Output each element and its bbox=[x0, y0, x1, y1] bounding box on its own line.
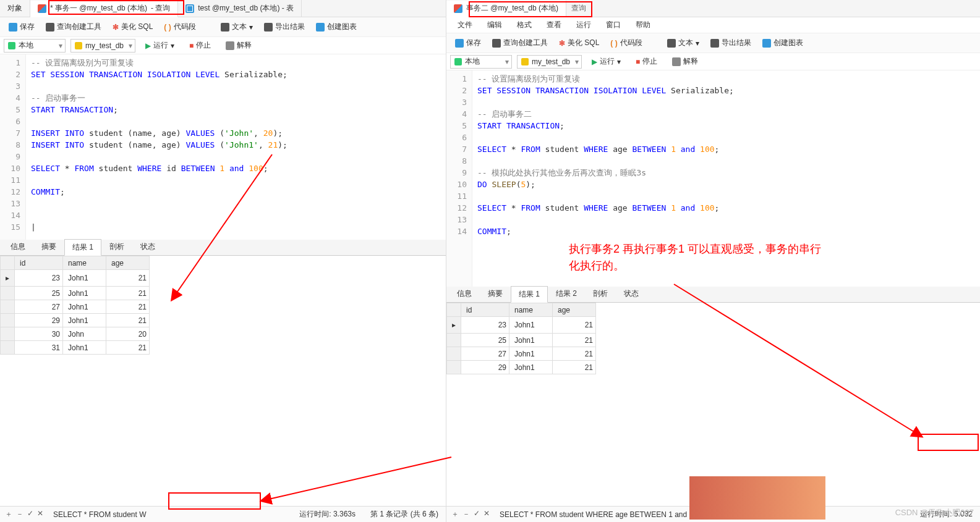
status-runtime: 运行时间: 3.363s bbox=[292, 509, 363, 520]
export-button[interactable]: 导出结果 bbox=[259, 20, 310, 33]
conn-icon bbox=[8, 42, 15, 49]
menu-help[interactable]: 帮助 bbox=[629, 20, 657, 30]
rtab-profile[interactable]: 剖析 bbox=[101, 238, 132, 255]
cancel-button[interactable]: ✕ bbox=[37, 509, 43, 520]
chart-button[interactable]: 创建图表 bbox=[311, 20, 362, 33]
chart-button[interactable]: 创建图表 bbox=[757, 36, 808, 49]
beautify-button[interactable]: ✻美化 SQL bbox=[554, 36, 604, 49]
run-icon: ▶ bbox=[145, 41, 151, 50]
status-record: 第 1 条记录 (共 6 条) bbox=[363, 509, 446, 520]
stop-icon: ■ bbox=[636, 57, 640, 66]
snippet-button[interactable]: ( )代码段 bbox=[605, 36, 647, 49]
stop-button[interactable]: ■停止 bbox=[184, 39, 216, 52]
cancel-button[interactable]: ✕ bbox=[484, 509, 490, 520]
query-tool-icon bbox=[492, 39, 501, 48]
db-icon bbox=[75, 42, 82, 49]
save-button[interactable]: 保存 bbox=[4, 20, 40, 33]
sql-icon bbox=[454, 4, 462, 13]
stop-icon: ■ bbox=[189, 41, 194, 50]
connection-select[interactable]: 本地 bbox=[450, 55, 512, 69]
tab-objects[interactable]: 对象 bbox=[0, 0, 30, 17]
table-row[interactable]: 27John121 bbox=[1, 300, 150, 314]
save-icon bbox=[9, 23, 17, 32]
rtab-profile[interactable]: 剖析 bbox=[585, 285, 616, 302]
table-row[interactable]: 30John20 bbox=[1, 327, 150, 341]
table-row[interactable]: 29John121 bbox=[1, 314, 150, 327]
explain-button[interactable]: 解释 bbox=[221, 39, 257, 52]
right-editor[interactable]: 1234567891011121314 -- 设置隔离级别为可重复读 SET S… bbox=[446, 70, 980, 287]
export-icon bbox=[264, 23, 273, 32]
watermark: CSDN @无敌小肥007 bbox=[895, 507, 974, 518]
left-grid[interactable]: idnameage23John12125John12127John12129Jo… bbox=[0, 256, 446, 506]
db-icon bbox=[521, 58, 529, 65]
text-button[interactable]: 文本▾ bbox=[216, 20, 258, 33]
menu-format[interactable]: 格式 bbox=[511, 20, 538, 30]
menu-window[interactable]: 窗口 bbox=[600, 20, 627, 30]
left-pane: 对象 * 事务一 @my_test_db (本地) - 查询 test @my_… bbox=[0, 0, 446, 522]
left-tabbar: 对象 * 事务一 @my_test_db (本地) - 查询 test @my_… bbox=[0, 0, 446, 17]
rtab-status[interactable]: 状态 bbox=[132, 238, 163, 255]
rtab-summary[interactable]: 摘要 bbox=[480, 285, 511, 302]
code-area[interactable]: -- 设置隔离级别为可重复读 SET SESSION TRANSACTION I… bbox=[472, 70, 980, 287]
del-row-button[interactable]: － bbox=[462, 509, 470, 520]
right-grid[interactable]: idnameage23John12125John12127John12129Jo… bbox=[446, 303, 980, 506]
snippet-button[interactable]: ( )代码段 bbox=[159, 20, 200, 33]
export-icon bbox=[710, 39, 719, 48]
menu-run[interactable]: 运行 bbox=[570, 20, 597, 30]
table-row[interactable]: 25John121 bbox=[447, 334, 596, 347]
table-row[interactable]: 31John121 bbox=[1, 341, 150, 355]
save-button[interactable]: 保存 bbox=[450, 36, 486, 49]
tab-tx1[interactable]: * 事务一 @my_test_db (本地) - 查询 bbox=[30, 1, 178, 17]
record-controls: ＋ － ✓ ✕ bbox=[0, 509, 48, 520]
query-builder-button[interactable]: 查询创建工具 bbox=[487, 36, 553, 49]
tab-test-table[interactable]: test @my_test_db (本地) - 表 bbox=[178, 0, 302, 17]
query-builder-button[interactable]: 查询创建工具 bbox=[41, 20, 106, 33]
left-editor[interactable]: 123456789101112131415 -- 设置隔离级别为可重复读 SET… bbox=[0, 54, 446, 240]
ok-button[interactable]: ✓ bbox=[27, 509, 33, 520]
tab-label: test @my_test_db (本地) - 表 bbox=[198, 3, 294, 14]
menu-edit[interactable]: 编辑 bbox=[481, 20, 508, 30]
rtab-result1[interactable]: 结果 1 bbox=[511, 286, 548, 303]
result-table: idnameage23John12125John12127John12129Jo… bbox=[446, 303, 596, 374]
add-row-button[interactable]: ＋ bbox=[451, 509, 459, 520]
run-button[interactable]: ▶运行▾ bbox=[140, 39, 179, 52]
beautify-button[interactable]: ✻美化 SQL bbox=[108, 20, 158, 33]
left-connection-row: 本地 my_test_db ▶运行▾ ■停止 解释 bbox=[0, 37, 446, 54]
database-select[interactable]: my_test_db bbox=[517, 55, 582, 69]
add-row-button[interactable]: ＋ bbox=[5, 509, 12, 520]
right-result-tabs: 信息 摘要 结果 1 结果 2 剖析 状态 bbox=[446, 287, 980, 303]
rtab-summary[interactable]: 摘要 bbox=[33, 238, 64, 255]
rtab-result2[interactable]: 结果 2 bbox=[548, 285, 585, 302]
stop-button[interactable]: ■停止 bbox=[631, 55, 662, 68]
explain-icon bbox=[672, 57, 681, 66]
menu-file[interactable]: 文件 bbox=[451, 20, 479, 30]
table-icon bbox=[185, 4, 194, 13]
table-row[interactable]: 29John121 bbox=[447, 361, 596, 374]
run-button[interactable]: ▶运行▾ bbox=[587, 55, 626, 68]
table-row[interactable]: 25John121 bbox=[1, 287, 150, 300]
text-icon bbox=[221, 23, 229, 32]
rtab-info[interactable]: 信息 bbox=[2, 238, 33, 255]
rtab-info[interactable]: 信息 bbox=[449, 285, 480, 302]
explain-icon bbox=[226, 41, 234, 50]
tab-label: 对象 bbox=[7, 3, 22, 14]
ok-button[interactable]: ✓ bbox=[474, 509, 480, 520]
code-area[interactable]: -- 设置隔离级别为可重复读 SET SESSION TRANSACTION I… bbox=[26, 54, 446, 240]
rtab-result1[interactable]: 结果 1 bbox=[64, 239, 101, 256]
connection-select[interactable]: 本地 bbox=[4, 39, 66, 53]
table-row[interactable]: 27John121 bbox=[447, 347, 596, 361]
table-row[interactable]: 23John121 bbox=[1, 270, 150, 287]
left-result-tabs: 信息 摘要 结果 1 剖析 状态 bbox=[0, 240, 446, 256]
database-select[interactable]: my_test_db bbox=[70, 39, 135, 53]
line-gutter: 1234567891011121314 bbox=[446, 70, 472, 287]
del-row-button[interactable]: － bbox=[16, 509, 23, 520]
line-gutter: 123456789101112131415 bbox=[0, 54, 26, 240]
chart-icon bbox=[316, 23, 325, 32]
tab-tx2[interactable]: 事务二 @my_test_db (本地) bbox=[446, 1, 566, 17]
menu-view[interactable]: 查看 bbox=[540, 20, 568, 30]
rtab-status[interactable]: 状态 bbox=[616, 285, 647, 302]
explain-button[interactable]: 解释 bbox=[667, 55, 703, 68]
text-button[interactable]: 文本▾ bbox=[662, 36, 704, 49]
export-button[interactable]: 导出结果 bbox=[705, 36, 756, 49]
table-row[interactable]: 23John121 bbox=[447, 317, 596, 334]
